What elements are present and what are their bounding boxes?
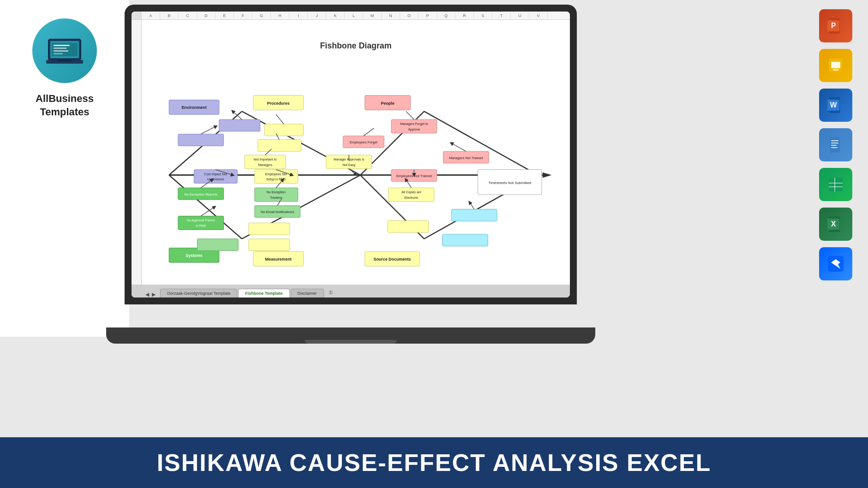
laptop-hinge	[305, 340, 397, 344]
svg-text:No Email Notifications: No Email Notifications	[261, 210, 294, 214]
svg-rect-37	[245, 155, 286, 169]
brand-name: AllBusiness Templates	[36, 92, 94, 119]
svg-text:No Approval Panels: No Approval Panels	[187, 219, 215, 222]
svg-text:P: P	[831, 22, 836, 30]
svg-text:X: X	[831, 220, 836, 228]
tab-oorzaak[interactable]: Oorzaak-GevolgVisgraat Template	[160, 289, 237, 298]
fishbone-svg: Fishbone Diagram	[142, 34, 570, 285]
svg-marker-10	[543, 173, 552, 178]
svg-rect-89	[443, 234, 488, 246]
slides-icon[interactable]	[819, 49, 852, 82]
col-o: O	[400, 12, 419, 19]
svg-rect-32	[178, 134, 224, 146]
tab-nav-right[interactable]: ▶	[152, 292, 156, 298]
laptop-wrapper: A B C D E F G H I J K L M N O P Q	[125, 5, 586, 327]
tab-bar: ◀ ▶ Oorzaak-GevolgVisgraat Template Fish…	[132, 285, 570, 298]
col-j: J	[308, 12, 326, 19]
svg-rect-109	[831, 147, 838, 148]
laptop-screen: A B C D E F G H I J K L M N O P Q	[132, 12, 570, 298]
svg-text:Tracking: Tracking	[270, 196, 282, 200]
col-m: M	[363, 12, 382, 19]
col-f: F	[234, 12, 252, 19]
svg-text:Managers: Managers	[258, 163, 272, 167]
col-u: U	[511, 12, 529, 19]
main-content: Fishbone Diagram	[132, 20, 570, 298]
laptop-base	[106, 327, 595, 344]
dropbox-icon[interactable]	[819, 247, 852, 280]
svg-text:Not Easy: Not Easy	[342, 163, 356, 167]
svg-rect-81	[249, 223, 290, 235]
svg-text:Cost Impact Not: Cost Impact Not	[204, 173, 227, 176]
sheets-icon[interactable]	[819, 168, 852, 201]
svg-text:Measurement: Measurement	[265, 257, 292, 262]
col-c: C	[179, 12, 197, 19]
col-n: N	[382, 12, 400, 19]
svg-text:No Exception: No Exception	[267, 190, 286, 194]
col-g: G	[252, 12, 271, 19]
svg-line-14	[424, 111, 538, 175]
tab-disclaimer[interactable]: Disclaimer	[291, 289, 324, 298]
svg-text:Systems: Systems	[186, 253, 203, 258]
tab-nav-left[interactable]: ◀	[145, 292, 149, 298]
svg-rect-83	[197, 239, 238, 251]
svg-rect-82	[249, 239, 290, 251]
svg-rect-51	[391, 119, 437, 133]
svg-text:Procedures: Procedures	[267, 101, 290, 106]
col-t: T	[492, 12, 511, 19]
svg-text:People: People	[381, 101, 395, 106]
bottom-banner: ISHIKAWA CAUSE-EFFECT ANALYSIS EXCEL	[0, 437, 868, 488]
svg-text:Timesheets Not Submitted: Timesheets Not Submitted	[488, 181, 531, 185]
svg-rect-87	[451, 209, 497, 221]
col-v: V	[529, 12, 548, 19]
svg-rect-40	[255, 170, 298, 184]
col-d: D	[197, 12, 216, 19]
svg-line-65	[364, 128, 374, 136]
tab-fishbone[interactable]: Fishbone Template	[238, 289, 289, 298]
svg-line-34	[201, 126, 216, 134]
svg-rect-110	[829, 178, 843, 191]
excel-icon[interactable]: X	[819, 208, 852, 241]
tab-add-button[interactable]: ①	[325, 288, 337, 298]
col-e: E	[216, 12, 234, 19]
diagram-area: Fishbone Diagram	[142, 20, 570, 298]
svg-rect-106	[831, 140, 838, 141]
excel-screen: A B C D E F G H I J K L M N O P Q	[132, 12, 570, 298]
svg-rect-36	[258, 140, 301, 152]
svg-line-60	[276, 114, 284, 124]
svg-rect-3	[54, 45, 70, 46]
svg-rect-8	[58, 60, 72, 61]
powerpoint-icon[interactable]: P	[819, 9, 852, 42]
docs-icon[interactable]	[819, 128, 852, 161]
svg-text:Employees Forget: Employees Forget	[350, 140, 377, 144]
laptop-body: A B C D E F G H I J K L M N O P Q	[125, 5, 577, 304]
svg-rect-101	[833, 69, 838, 71]
column-headers: A B C D E F G H I J K L M N O P Q	[132, 12, 570, 20]
svg-line-95	[470, 202, 474, 209]
svg-text:Managers Forget to: Managers Forget to	[400, 122, 428, 126]
svg-text:W: W	[830, 101, 837, 109]
col-s: S	[474, 12, 492, 19]
col-k: K	[326, 12, 345, 19]
svg-text:in PMS: in PMS	[196, 224, 206, 227]
svg-rect-108	[831, 145, 837, 146]
col-l: L	[345, 12, 363, 19]
svg-rect-100	[831, 62, 840, 68]
col-p: P	[419, 12, 437, 19]
banner-text: ISHIKAWA CAUSE-EFFECT ANALYSIS EXCEL	[157, 449, 712, 476]
row-numbers	[132, 20, 142, 298]
word-icon[interactable]: W	[819, 89, 852, 122]
svg-text:Electronic: Electronic	[404, 196, 419, 199]
svg-line-67	[451, 143, 466, 151]
svg-rect-84	[389, 188, 434, 202]
svg-text:Environment: Environment	[181, 105, 206, 110]
svg-text:Managers Not Trained: Managers Not Trained	[449, 156, 483, 160]
svg-text:Not Important to: Not Important to	[254, 158, 277, 161]
svg-line-66	[406, 111, 414, 119]
svg-rect-5	[54, 50, 68, 52]
col-i: I	[289, 12, 308, 19]
col-a: A	[142, 12, 160, 19]
svg-text:Understood: Understood	[207, 178, 224, 181]
svg-text:No Exception Reports: No Exception Reports	[184, 192, 217, 196]
svg-rect-88	[388, 220, 429, 232]
logo-circle	[32, 18, 97, 83]
